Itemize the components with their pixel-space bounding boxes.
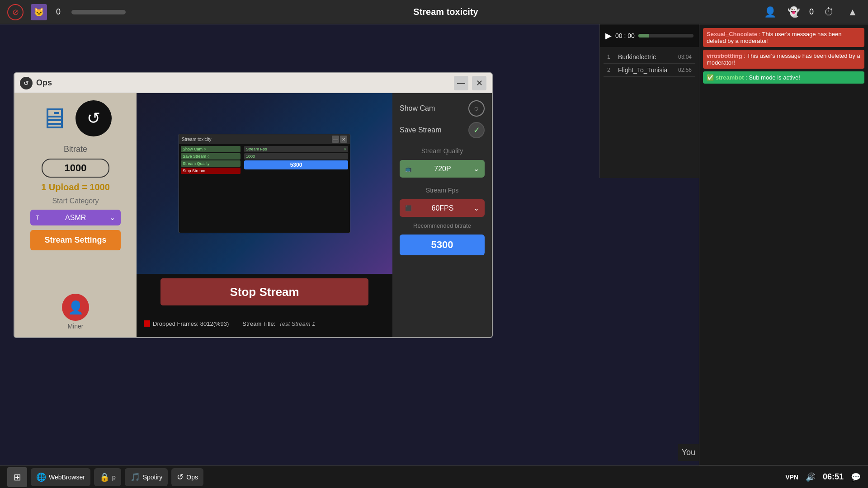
stop-stream-button[interactable]: Stop Stream xyxy=(160,278,368,305)
stream-chat-panel: ▶ Stream Chat Sexual_Chocolate : This us… xyxy=(699,0,868,488)
stream-toxicity-title: Stream toxicity xyxy=(137,7,755,17)
spotiry-icon: 🎵 xyxy=(130,472,140,482)
save-stream-toggle[interactable]: ✓ xyxy=(468,122,485,138)
dropped-frames-indicator xyxy=(144,320,150,327)
quality-icon: 📺 xyxy=(405,166,412,172)
start-icon: ⊞ xyxy=(14,472,21,483)
ops-icon: ↺ xyxy=(177,472,184,482)
top-bar-left: ⊘ 🐱 0 Stream toxicity 👤 👻 0 ⏱ ▲ xyxy=(0,4,868,20)
you-label: You xyxy=(678,444,699,461)
nested-title: Stream toxicity xyxy=(182,137,212,142)
viewer-icon: 👻 xyxy=(786,4,802,20)
ops-left-panel: 🖥 ↺ Bitrate 1 Upload = 1000 Start Catego… xyxy=(14,93,137,337)
nested-content: Show Cam ○ Save Stream ○ Stream Quality … xyxy=(179,144,350,233)
p-app-label: p xyxy=(112,474,116,481)
playlist-name-2: Flight_To_Tunisia xyxy=(618,66,675,74)
stream-settings-btn[interactable]: Stream Settings xyxy=(30,230,121,250)
upload-label: 1 Upload = 1000 xyxy=(41,182,110,192)
playlist-time-1: 03:04 xyxy=(678,54,692,60)
playlist-num-1: 1 xyxy=(607,54,614,60)
username-bot: ✅ streambot xyxy=(707,74,744,81)
category-dropdown[interactable]: T ASMR ⌄ xyxy=(30,210,121,225)
nested-menu-savestream: Save Stream ○ xyxy=(181,153,241,160)
playlist-item-1[interactable]: 1 Burkinelectric 03:04 xyxy=(604,51,695,64)
cancel-icon[interactable]: ⊘ xyxy=(7,4,24,20)
clock: 06:51 xyxy=(823,472,844,482)
start-button[interactable]: ⊞ xyxy=(7,467,27,487)
category-icon-t: T xyxy=(36,215,39,221)
start-category-label: Start Category xyxy=(52,197,99,205)
ops-window-title: Ops xyxy=(36,78,450,88)
vpn-label: VPN xyxy=(785,474,798,481)
nested-stream-window: Stream toxicity — ✕ Show Cam ○ Save Stre… xyxy=(179,134,350,233)
fps-value: 60FPS xyxy=(432,204,454,212)
taskbar-app-webbrowser[interactable]: 🌐 WebBrowser xyxy=(31,468,90,486)
msg-text-3: : Sub mode is active! xyxy=(745,74,800,81)
nested-min-btn[interactable]: — xyxy=(332,136,339,143)
sound-icon[interactable]: 🔊 xyxy=(806,472,816,482)
ops-window: ↺ Ops — ✕ 🖥 ↺ Bitrate 1 Upload = 1000 St… xyxy=(14,72,493,338)
nested-close-btn[interactable]: ✕ xyxy=(340,136,347,143)
ops-close-btn[interactable]: ✕ xyxy=(472,76,486,90)
playlist-controls: ▶ 00 : 00 xyxy=(600,24,699,47)
playlist-items: 1 Burkinelectric 03:04 2 Flight_To_Tunis… xyxy=(600,47,699,80)
dropped-frames-text: Dropped Frames: 8012(%93) xyxy=(153,320,229,327)
fps-dropdown[interactable]: ⬛ 60FPS ⌄ xyxy=(400,199,485,217)
spin-icon: ↺ xyxy=(75,100,112,136)
show-cam-label: Show Cam xyxy=(400,104,435,113)
username-deleted-2: virusbottling xyxy=(707,52,742,59)
playlist-item-2[interactable]: 2 Flight_To_Tunisia 02:56 xyxy=(604,64,695,77)
stream-fps-label: Stream Fps xyxy=(400,187,485,194)
quality-value: 720P xyxy=(434,165,451,173)
webbrowser-label: WebBrowser xyxy=(49,474,85,481)
progress-bar[interactable] xyxy=(638,34,693,38)
taskbar-app-p[interactable]: 🔒 p xyxy=(94,468,121,486)
taskbar-app-ops[interactable]: ↺ Ops xyxy=(171,468,203,486)
ops-minimize-btn[interactable]: — xyxy=(454,76,468,90)
taskbar-right: VPN 🔊 06:51 💬 xyxy=(785,472,861,482)
taskbar-app-spotiry[interactable]: 🎵 Spotiry xyxy=(125,468,168,486)
quality-dropdown[interactable]: 📺 720P ⌄ xyxy=(400,160,485,178)
playlist-play-btn[interactable]: ▶ xyxy=(605,31,612,41)
playlist-time: 00 : 00 xyxy=(615,32,635,39)
fps-chevron: ⌄ xyxy=(473,204,479,212)
category-icon: 🐱 xyxy=(31,4,47,20)
category-value: ASMR xyxy=(65,214,86,222)
show-cam-toggle[interactable]: ○ xyxy=(468,100,485,117)
taskbar: ⊞ 🌐 WebBrowser 🔒 p 🎵 Spotiry ↺ Ops VPN 🔊… xyxy=(0,465,868,488)
save-stream-row: Save Stream ✓ xyxy=(400,122,485,138)
playlist-time-2: 02:56 xyxy=(678,67,692,73)
ops-body: 🖥 ↺ Bitrate 1 Upload = 1000 Start Catego… xyxy=(14,93,492,337)
stream-title-value: Test Stream 1 xyxy=(279,320,315,327)
nested-right: Stream Fps ○ 1000 5300 xyxy=(242,144,350,233)
bitrate-input[interactable] xyxy=(42,159,109,178)
nested-fps-item: Stream Fps ○ xyxy=(244,146,348,152)
chat-message-submode: ✅ streambot : Sub mode is active! xyxy=(703,71,864,84)
ops-center-panel: Stream toxicity — ✕ Show Cam ○ Save Stre… xyxy=(137,93,392,337)
show-cam-row: Show Cam ○ xyxy=(400,100,485,117)
save-stream-label: Save Stream xyxy=(400,126,441,134)
nested-menu-showcam: Show Cam ○ xyxy=(181,146,241,152)
stream-title-label: Stream Title: xyxy=(242,320,275,327)
ops-right-panel: Show Cam ○ Save Stream ✓ Stream Quality … xyxy=(392,93,492,337)
ops-bottom-bar: Dropped Frames: 8012(%93) Stream Title: … xyxy=(137,310,392,337)
cat-count: 0 xyxy=(56,7,61,17)
fps-icon: ⬛ xyxy=(405,205,412,211)
ops-stream-preview: Stream toxicity — ✕ Show Cam ○ Save Stre… xyxy=(137,93,392,274)
nested-window-bar: Stream toxicity — ✕ xyxy=(179,134,350,144)
nested-menu-stop[interactable]: Stop Stream xyxy=(181,168,241,174)
recommended-label: Recommended bitrate xyxy=(400,222,485,229)
arrow-up-icon: ▲ xyxy=(844,4,861,20)
streamer-icon: 👤 xyxy=(762,4,778,20)
recommended-bitrate: 5300 xyxy=(400,235,485,255)
bitrate-label: Bitrate xyxy=(64,145,87,154)
nested-bitrate-item: 1000 xyxy=(244,153,348,160)
webbrowser-icon: 🌐 xyxy=(36,472,46,482)
taskbar-chat-icon[interactable]: 💬 xyxy=(851,472,861,482)
stream-title-info: Stream Title: Test Stream 1 xyxy=(242,320,315,327)
category-chevron: ⌄ xyxy=(109,213,115,222)
stream-quality-label: Stream Quality xyxy=(400,147,485,155)
ops-titlebar: ↺ Ops — ✕ xyxy=(14,73,492,93)
username-deleted-1: Sexual_Chocolate xyxy=(707,31,757,38)
toxicity-bar xyxy=(71,10,126,14)
